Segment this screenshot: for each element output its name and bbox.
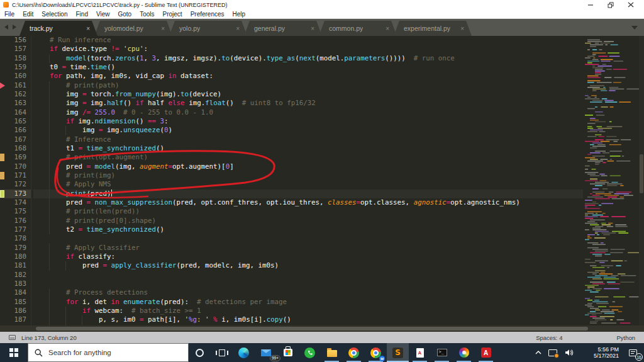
line-number-162[interactable]: 162 (0, 90, 31, 99)
menu-project[interactable]: Project (163, 11, 182, 18)
line-number-159[interactable]: 159 (0, 63, 31, 72)
line-number-176[interactable]: 176 (0, 217, 31, 225)
code-line-184[interactable]: # Process detections (33, 288, 583, 297)
line-number-164[interactable]: 164 (0, 108, 31, 117)
menu-help[interactable]: Help (233, 11, 246, 18)
code-line-161[interactable]: # print(path) (33, 81, 583, 90)
tab-close-icon[interactable]: × (232, 25, 240, 32)
line-number-163[interactable]: 163 (0, 99, 31, 108)
tray-clock[interactable]: 5:56 PM 5/17/2021 (577, 343, 621, 362)
code-line-171[interactable]: # print(img) (33, 171, 583, 180)
line-number-160[interactable]: 160 (0, 72, 31, 81)
code-line-185[interactable]: for i, det in enumerate(pred): # detecti… (33, 298, 583, 307)
menu-preferences[interactable]: Preferences (191, 11, 225, 18)
taskbar-acrobat-button[interactable]: A (475, 343, 497, 362)
tab-close-icon[interactable]: × (82, 25, 90, 32)
line-number-181[interactable]: 181 (0, 261, 31, 270)
minimap[interactable] (583, 36, 639, 325)
tray-volume[interactable] (561, 343, 577, 362)
tab-yolomodel-py[interactable]: yolomodel.py× (94, 21, 172, 36)
taskbar-whatsapp-button[interactable] (299, 343, 321, 362)
code-line-173[interactable]: print(pred) (33, 189, 583, 198)
tray-show-hidden-icons[interactable] (532, 343, 545, 362)
menu-find[interactable]: Find (76, 11, 88, 18)
menu-file[interactable]: File (4, 11, 14, 18)
start-button[interactable] (0, 343, 28, 362)
code-line-178[interactable] (33, 234, 583, 243)
line-number-171[interactable]: 171 (0, 171, 31, 180)
code-line-166[interactable]: img = img.unsqueeze(0) (33, 126, 583, 135)
line-number-167[interactable]: 167 (0, 135, 31, 144)
menu-selection[interactable]: Selection (42, 11, 67, 18)
restore-button[interactable] (601, 0, 621, 9)
line-number-174[interactable]: 174 (0, 198, 31, 207)
tab-scroll-left-icon[interactable] (4, 25, 8, 30)
code-line-187[interactable]: p, s, im0 = path[i], '%g: ' % i, im0s[i]… (33, 315, 583, 324)
line-number-179[interactable]: 179 (0, 244, 31, 252)
line-number-172[interactable]: 172 (0, 180, 31, 189)
line-number-182[interactable]: 182 (0, 271, 31, 280)
code-line-165[interactable]: if img.ndimension() == 3: (33, 117, 583, 126)
line-number-187[interactable]: 187 (0, 315, 31, 324)
taskbar-file-explorer-button[interactable] (321, 343, 343, 362)
tab-close-icon[interactable]: × (457, 25, 464, 32)
code-line-156[interactable]: # Run inference (33, 36, 583, 45)
line-number-177[interactable]: 177 (0, 225, 31, 234)
code-line-157[interactable]: if device.type != 'cpu': (33, 45, 583, 54)
line-number-156[interactable]: 156 (0, 36, 31, 45)
code-line-168[interactable]: t1 = time_synchronized() (33, 144, 583, 153)
tray-device-status[interactable] (545, 343, 561, 362)
indentation-setting[interactable]: Spaces: 4 (536, 334, 562, 341)
taskbar-mail-button[interactable]: 99+ (255, 343, 277, 362)
code-line-169[interactable]: # print(opt.augment) (33, 153, 583, 162)
taskbar-edge-button[interactable] (233, 343, 255, 362)
code-line-182[interactable] (33, 271, 583, 280)
code-line-180[interactable]: if classify: (33, 252, 583, 261)
line-number-184[interactable]: 184 (0, 288, 31, 297)
line-number-185[interactable]: 185 (0, 298, 31, 307)
line-number-175[interactable]: 175 (0, 207, 31, 216)
line-number-173[interactable]: 173 (0, 189, 31, 198)
tab-scroll-right-icon[interactable] (13, 25, 16, 30)
line-number-170[interactable]: 170 (0, 162, 31, 171)
taskbar-paint-button[interactable] (453, 343, 475, 362)
vertical-scrollbar[interactable] (639, 36, 644, 325)
code-line-172[interactable]: # Apply NMS (33, 180, 583, 189)
line-number-180[interactable]: 180 (0, 252, 31, 261)
code-line-170[interactable]: pred = model(img, augment=opt.augment)[0… (33, 162, 583, 171)
taskbar-chrome-button[interactable] (343, 343, 365, 362)
tab-close-icon[interactable]: × (307, 25, 314, 32)
tab-overflow-dropdown-icon[interactable] (631, 26, 638, 30)
code-area[interactable]: # Run inferenceif device.type != 'cpu':m… (32, 36, 583, 325)
taskbar-search[interactable] (28, 343, 189, 362)
code-line-158[interactable]: model(torch.zeros(1, 3, imgsz, imgsz).to… (33, 54, 583, 63)
menu-edit[interactable]: Edit (23, 11, 33, 18)
code-line-164[interactable]: img /= 255.0 # 0 - 255 to 0.0 - 1.0 (33, 108, 583, 117)
taskbar-command-prompt-button[interactable]: >_ (431, 343, 453, 362)
taskbar-sublime-text-button[interactable]: S (387, 343, 409, 362)
menu-view[interactable]: View (96, 11, 110, 18)
code-line-163[interactable]: img = img.half() if half else img.float(… (33, 99, 583, 108)
tray-action-center[interactable]: 16 (621, 343, 644, 362)
line-number-169[interactable]: 169 (0, 153, 31, 162)
line-number-165[interactable]: 165 (0, 117, 31, 126)
syntax-setting[interactable]: Python (616, 334, 635, 341)
tab-close-icon[interactable]: × (382, 25, 389, 32)
line-number-186[interactable]: 186 (0, 307, 31, 315)
tab-experimental-py[interactable]: experimental.py× (394, 21, 472, 36)
tab-general-py[interactable]: general.py× (244, 21, 322, 36)
code-line-186[interactable]: if webcam: # batch_size >= 1 (33, 307, 583, 315)
search-input[interactable] (28, 348, 188, 357)
tab-common-py[interactable]: common.py× (319, 21, 397, 36)
code-line-176[interactable]: # print(pred[0].shape) (33, 217, 583, 225)
vintage-mode-icon[interactable] (9, 335, 16, 340)
code-line-167[interactable]: # Inference (33, 135, 583, 144)
line-number-168[interactable]: 168 (0, 144, 31, 153)
taskbar-task-view-button[interactable] (211, 343, 233, 362)
menu-tools[interactable]: Tools (140, 11, 154, 18)
line-number-166[interactable]: 166 (0, 126, 31, 135)
code-line-175[interactable]: # print(len(pred)) (33, 207, 583, 216)
line-number-158[interactable]: 158 (0, 54, 31, 63)
code-line-174[interactable]: pred = non_max_suppression(pred, opt.con… (33, 198, 583, 207)
code-line-179[interactable]: # Apply Classifier (33, 244, 583, 252)
